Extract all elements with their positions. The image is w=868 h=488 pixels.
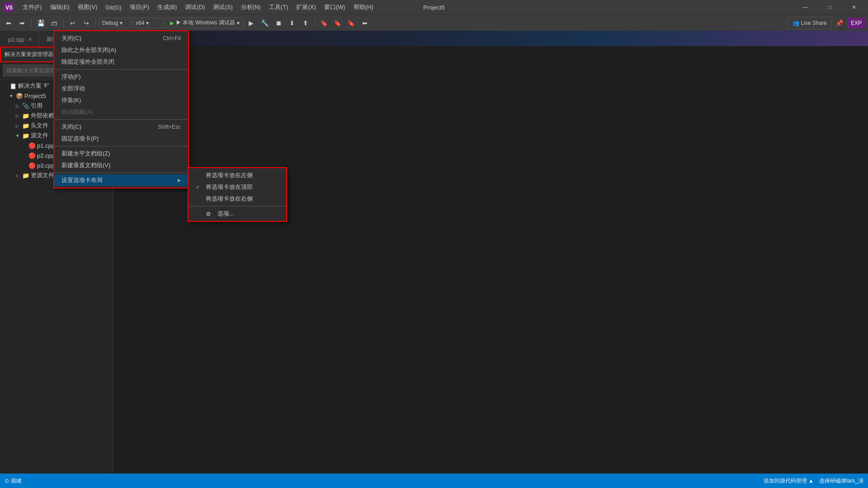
- toolbar: ⬅ ➡ 💾 🗃 ↩ ↪ Debug ▾ x64 ▾ ▶ ▶ 本地 Windows…: [0, 14, 868, 31]
- vs-logo-icon: VS: [4, 2, 14, 12]
- debug-config-dropdown[interactable]: Debug ▾: [99, 18, 131, 28]
- menu-item-left: 固定选项卡(P): [61, 135, 99, 143]
- toolbar-step-into-btn[interactable]: ⬆: [300, 17, 311, 29]
- menu-item-gitg[interactable]: Git(G): [102, 2, 125, 13]
- status-right-item-[interactable]: 添加到源代码管理 ▲: [764, 477, 814, 485]
- tree-node-label: p1.cpp: [37, 142, 55, 149]
- tree-node-icon: 🔴: [28, 152, 36, 159]
- toolbar-back-btn[interactable]: ➡: [16, 17, 28, 29]
- menu-item-left: 设置选项卡布局: [61, 176, 103, 184]
- status-text: 就绪: [11, 477, 22, 485]
- minimize-button[interactable]: —: [795, 0, 816, 14]
- menu-item-left: 全部浮动: [61, 84, 85, 93]
- tree-node-icon: 🔴: [28, 162, 36, 169]
- menu-item-label: 新建垂直文档组(V): [61, 161, 110, 169]
- toolbar-separator-3: [95, 19, 96, 28]
- submenu-item-[interactable]: 将选项卡放在左侧: [189, 169, 286, 181]
- status-right-item-lars[interactable]: 选择研磁律lars_演: [819, 477, 863, 485]
- toolbar-save-btn[interactable]: 💾: [35, 17, 47, 29]
- menu-item-z[interactable]: 新建水平文档组(Z): [54, 148, 188, 160]
- toolbar-save-all-btn[interactable]: 🗃: [48, 17, 60, 29]
- menu-item-k[interactable]: 停靠(K): [54, 94, 188, 106]
- menu-separator: [54, 146, 188, 146]
- menu-item-label: 浮动(F): [61, 73, 81, 81]
- menu-item-p[interactable]: 固定选项卡(P): [54, 133, 188, 145]
- menu-item-t[interactable]: 工具(T): [265, 1, 292, 13]
- tree-arrow-icon: ▼: [8, 94, 14, 99]
- toolbar-debug-btn[interactable]: 🔧: [259, 17, 271, 29]
- menu-item-x[interactable]: 扩展(X): [292, 1, 319, 13]
- tree-arrow-icon: ▷: [14, 173, 21, 178]
- tab-close-btn[interactable]: ✕: [27, 36, 33, 43]
- tree-arrow-icon: ▼: [14, 133, 21, 138]
- context-menu-layout: 将选项卡放在左侧 ✓ 将选项卡放在顶部 将选项卡放在右侧 ⚙ 选项...: [188, 167, 287, 222]
- submenu-item-[interactable]: ✓ 将选项卡放在顶部: [189, 181, 286, 193]
- tab-p2cpp[interactable]: p2.cpp✕: [2, 33, 40, 46]
- submenu-item-[interactable]: ⚙ 选项...: [189, 208, 286, 220]
- menu-item-f[interactable]: 浮动(F): [54, 71, 188, 83]
- menu-item-c[interactable]: 关闭(C) Shift+Esc: [54, 121, 188, 133]
- status-ready[interactable]: ⊙ 就绪: [5, 477, 22, 485]
- menu-item-left: 停靠(K): [61, 96, 81, 104]
- tree-node-icon: 📦: [16, 93, 23, 99]
- tree-node-label: 头文件: [31, 122, 48, 130]
- toolbar-step-btn[interactable]: ⬇: [286, 17, 298, 29]
- run-button[interactable]: ▶ ▶ 本地 Windows 调试器 ▾: [166, 18, 244, 28]
- menu-item-v[interactable]: 新建垂直文档组(V): [54, 160, 188, 171]
- menu-item-label: 关闭(C): [61, 123, 81, 131]
- options-icon: ⚙: [206, 211, 211, 217]
- tree-node-icon: 📁: [22, 122, 29, 129]
- toolbar-bookmark4-btn[interactable]: ⬅: [359, 17, 371, 29]
- menu-item-p[interactable]: 项目(P): [126, 1, 153, 13]
- toolbar-undo-btn[interactable]: ↩: [67, 17, 79, 29]
- menu-item-h[interactable]: 帮助(H): [350, 1, 377, 13]
- menu-item-v[interactable]: 视图(V): [74, 1, 101, 13]
- maximize-button[interactable]: □: [819, 0, 840, 14]
- toolbar-new-btn[interactable]: ⬅: [3, 17, 14, 29]
- toolbar-redo-btn[interactable]: ↪: [80, 17, 92, 29]
- exp-button[interactable]: EXP: [847, 18, 865, 28]
- menu-item-s[interactable]: 测试(S): [209, 1, 236, 13]
- menu-item-label: 自动隐藏(A): [61, 108, 93, 116]
- menu-item-w[interactable]: 窗口(W): [321, 1, 349, 13]
- menu-item-[interactable]: 全部浮动: [54, 83, 188, 94]
- submenu-item-[interactable]: 将选项卡放在右侧: [189, 193, 286, 205]
- toolbar-right: 👥 Live Share 📌 EXP: [788, 17, 865, 29]
- close-button[interactable]: ✕: [844, 0, 864, 14]
- submenu-item-label: 选项...: [217, 210, 234, 218]
- toolbar-bookmark3-btn[interactable]: 🔖: [345, 17, 357, 29]
- menu-item-f[interactable]: 文件(F): [19, 1, 46, 13]
- menu-item-c[interactable]: 关闭(C) Ctrl+F4: [54, 33, 188, 44]
- menu-item-a[interactable]: 除此之外全部关闭(A): [54, 44, 188, 56]
- toolbar-bookmark-btn[interactable]: 🔖: [318, 17, 330, 29]
- title-bar: VS 文件(F)编辑(E)视图(V)Git(G)项目(P)生成(B)调试(D)测…: [0, 0, 868, 14]
- menu-item-e[interactable]: 编辑(E): [47, 1, 73, 13]
- menu-item-b[interactable]: 生成(B): [154, 1, 180, 13]
- menu-item-[interactable]: 除固定项外全部关闭: [54, 56, 188, 68]
- tree-arrow-icon: ▷: [14, 103, 21, 108]
- menu-item-label: 关闭(C): [61, 34, 81, 42]
- menu-item-n[interactable]: 分析(N): [237, 1, 264, 13]
- live-share-button[interactable]: 👥 Live Share: [788, 17, 832, 29]
- menu-item-left: 除固定项外全部关闭: [61, 58, 114, 66]
- toolbar-pin-btn[interactable]: 📌: [834, 17, 845, 29]
- tree-node-label: 资源文件: [31, 171, 54, 179]
- submenu-item-left: 将选项卡放在右侧: [196, 195, 253, 203]
- submenu-item-left: ✓ 将选项卡放在顶部: [196, 183, 253, 191]
- menu-separator: [54, 173, 188, 173]
- menu-item-[interactable]: 设置选项卡布局: [54, 174, 188, 186]
- tree-node-label: Project5: [24, 93, 46, 99]
- submenu-item-label: 将选项卡放在顶部: [206, 183, 253, 191]
- menu-item-label: 设置选项卡布局: [61, 176, 103, 184]
- menu-bar: 文件(F)编辑(E)视图(V)Git(G)项目(P)生成(B)调试(D)测试(S…: [19, 1, 377, 13]
- submenu-check: ✓: [196, 184, 202, 190]
- menu-item-d[interactable]: 调试(D): [181, 1, 208, 13]
- menu-item-left: 新建垂直文档组(V): [61, 161, 110, 169]
- toolbar-bookmark2-btn[interactable]: 🔖: [332, 17, 344, 29]
- menu-item-label: 全部浮动: [61, 84, 85, 93]
- toolbar-breakpoint-btn[interactable]: ⏹: [273, 17, 284, 29]
- toolbar-play2-btn[interactable]: ▶: [245, 17, 257, 29]
- tab-bar-background: [186, 31, 868, 46]
- platform-dropdown[interactable]: x64 ▾: [132, 18, 164, 28]
- menu-item-left: 浮动(F): [61, 73, 81, 81]
